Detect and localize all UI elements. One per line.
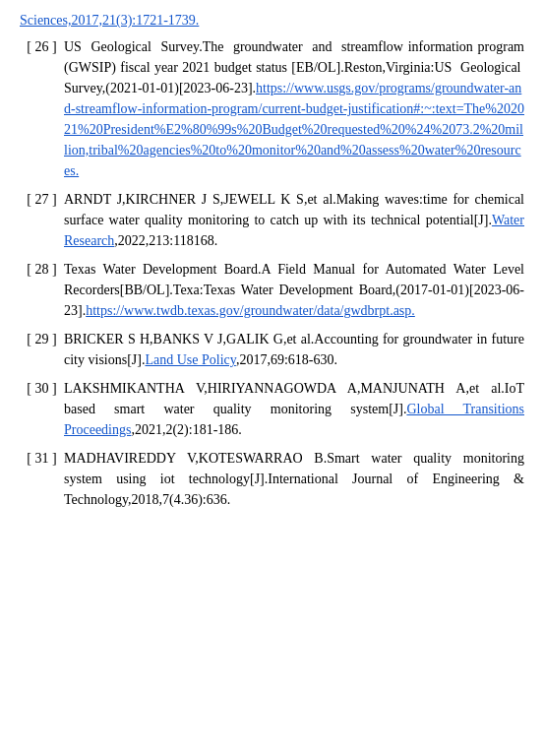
ref-journal-29[interactable]: Land Use Policy: [145, 352, 235, 367]
list-item: [ 28 ] Texas Water Development Board.A F…: [20, 259, 524, 321]
ref-number-31: [ 31 ]: [20, 448, 64, 469]
ref-content-26: US Geological Survey.The groundwater and…: [64, 36, 524, 181]
ref-text-27-start: ARNDT J,KIRCHNER J S,JEWELL K S,et al.Ma…: [64, 192, 524, 227]
ref-content-27: ARNDT J,KIRCHNER J S,JEWELL K S,et al.Ma…: [64, 189, 524, 251]
ref-number-28: [ 28 ]: [20, 259, 64, 280]
ref-link-28[interactable]: https://www.twdb.texas.gov/groundwater/d…: [86, 303, 415, 318]
list-item: [ 26 ] US Geological Survey.The groundwa…: [20, 36, 524, 181]
ref-text-27-end: ,2022,213:118168.: [114, 233, 217, 248]
ref-content-28: Texas Water Development Board.A Field Ma…: [64, 259, 524, 321]
list-item: [ 31 ] MADHAVIREDDY V,KOTESWARRAO B.Smar…: [20, 448, 524, 510]
ref-content-31: MADHAVIREDDY V,KOTESWARRAO B.Smart water…: [64, 448, 524, 510]
list-item: [ 30 ] LAKSHMIKANTHA V,HIRIYANNAGOWDA A,…: [20, 378, 524, 440]
list-item: [ 27 ] ARNDT J,KIRCHNER J S,JEWELL K S,e…: [20, 189, 524, 251]
ref-text-30-end: ,2021,2(2):181-186.: [131, 422, 241, 437]
ref-number-26: [ 26 ]: [20, 36, 64, 57]
ref-number-29: [ 29 ]: [20, 329, 64, 349]
ref-text-29-end: ,2017,69:618-630.: [236, 352, 337, 367]
top-link[interactable]: Sciences,2017,21(3):1721-1739.: [20, 10, 524, 31]
ref-text-31: MADHAVIREDDY V,KOTESWARRAO B.Smart water…: [64, 451, 524, 507]
ref-content-30: LAKSHMIKANTHA V,HIRIYANNAGOWDA A,MANJUNA…: [64, 378, 524, 440]
ref-content-29: BRICKER S H,BANKS V J,GALIK G,et al.Acco…: [64, 329, 524, 370]
ref-number-27: [ 27 ]: [20, 189, 64, 210]
references-list: [ 26 ] US Geological Survey.The groundwa…: [20, 36, 524, 510]
list-item: [ 29 ] BRICKER S H,BANKS V J,GALIK G,et …: [20, 329, 524, 370]
ref-number-30: [ 30 ]: [20, 378, 64, 399]
